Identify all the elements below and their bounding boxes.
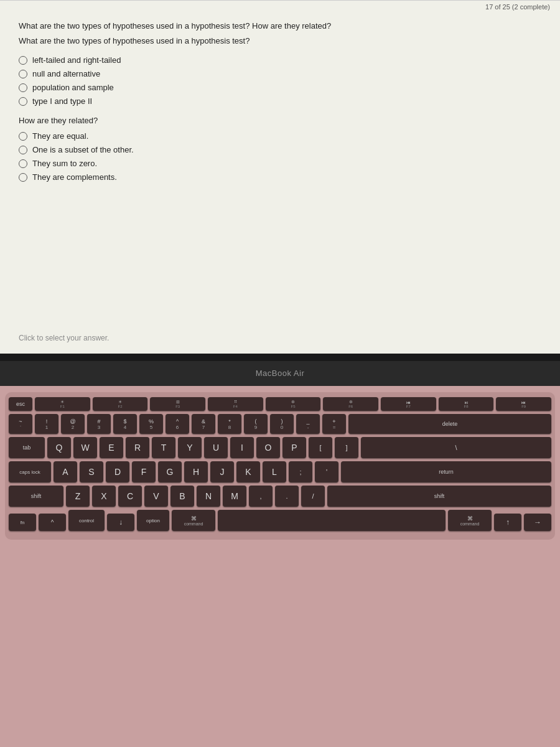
radio-button[interactable]	[19, 132, 27, 141]
3-key[interactable]: # 3	[87, 414, 111, 434]
l-key[interactable]: L	[263, 461, 286, 482]
e-key[interactable]: E	[100, 437, 123, 458]
p-key[interactable]: P	[282, 437, 306, 458]
right-shift-key[interactable]: shift	[327, 486, 551, 507]
z-key[interactable]: Z	[66, 486, 90, 507]
d-key[interactable]: D	[106, 461, 129, 482]
return-key[interactable]: return	[341, 461, 551, 482]
play-pause-icon: ⏯	[464, 400, 469, 405]
radio-button[interactable]	[19, 83, 27, 92]
9-key[interactable]: ( 9	[244, 414, 268, 434]
f5-key[interactable]: ✲ F5	[266, 397, 321, 411]
qwerty-row: tab Q W E R T Y U I O P [ ] \	[9, 437, 551, 458]
control-key[interactable]: control	[68, 510, 105, 531]
8-key[interactable]: * 8	[218, 414, 241, 434]
radio-button[interactable]	[19, 146, 27, 154]
h-key[interactable]: H	[184, 461, 208, 482]
f7-key[interactable]: ⏮ F7	[381, 397, 436, 411]
up-arrow-key[interactable]: ↑	[494, 514, 521, 531]
bottom-row: fn ^ control ↓ option ⌘ command ⌘ comman…	[9, 510, 551, 531]
f8-key[interactable]: ⏯ F8	[439, 397, 494, 411]
spacebar[interactable]	[218, 510, 446, 531]
left-arrow-key[interactable]: ^	[39, 514, 66, 531]
f2-key[interactable]: ☀ F2	[93, 397, 148, 411]
t-key[interactable]: T	[152, 437, 175, 458]
option-label: null and alternative	[32, 69, 100, 78]
g-key[interactable]: G	[158, 461, 182, 482]
a-key[interactable]: A	[54, 461, 77, 482]
radio-button[interactable]	[19, 97, 27, 106]
option-item[interactable]: null and alternative	[19, 69, 541, 78]
b-key[interactable]: B	[170, 486, 194, 507]
6-key[interactable]: ^ 6	[166, 414, 189, 434]
2-key[interactable]: @ 2	[61, 414, 85, 434]
x-key[interactable]: X	[92, 486, 116, 507]
o-key[interactable]: O	[256, 437, 280, 458]
option-item[interactable]: population and sample	[19, 83, 541, 92]
4-key[interactable]: $ 4	[113, 414, 137, 434]
s-key[interactable]: S	[80, 461, 103, 482]
semicolon-key[interactable]: ;	[289, 461, 312, 482]
option-item[interactable]: One is a subset of the other.	[19, 145, 541, 154]
macbook-label: MacBook Air	[256, 369, 304, 378]
f1-key[interactable]: ☀ F1	[35, 397, 90, 411]
f-key[interactable]: F	[132, 461, 156, 482]
right-command-key[interactable]: ⌘ command	[448, 510, 492, 531]
f6-key[interactable]: ✲ F6	[323, 397, 378, 411]
fn-key[interactable]: fn	[9, 514, 36, 531]
v-key[interactable]: V	[144, 486, 168, 507]
u-key[interactable]: U	[204, 437, 228, 458]
f9-key[interactable]: ⏭ F9	[496, 397, 551, 411]
k-key[interactable]: K	[236, 461, 260, 482]
comma-key[interactable]: ,	[249, 486, 273, 507]
option-item[interactable]: They sum to zero.	[19, 159, 541, 168]
w-key[interactable]: W	[73, 437, 97, 458]
esc-key[interactable]: esc	[9, 397, 32, 411]
f2-label: F2	[118, 405, 123, 408]
click-hint: Click to select your answer.	[19, 334, 109, 342]
radio-button[interactable]	[19, 173, 27, 182]
f4-key[interactable]: ⠿ F4	[208, 397, 263, 411]
radio-button[interactable]	[19, 159, 27, 168]
slash-key[interactable]: /	[301, 486, 325, 507]
radio-button[interactable]	[19, 70, 27, 78]
option-item[interactable]: left-tailed and right-tailed	[19, 55, 541, 65]
7-key[interactable]: & 7	[192, 414, 215, 434]
left-shift-key[interactable]: shift	[9, 486, 63, 507]
equals-key[interactable]: + =	[322, 414, 346, 434]
c-key[interactable]: C	[118, 486, 142, 507]
open-bracket-key[interactable]: [	[309, 437, 332, 458]
r-key[interactable]: R	[126, 437, 149, 458]
down-arrow-key[interactable]: ↓	[107, 514, 134, 531]
q-key[interactable]: Q	[47, 437, 71, 458]
option-item[interactable]: They are equal.	[19, 131, 541, 141]
y-key[interactable]: Y	[178, 437, 202, 458]
option-key[interactable]: option	[137, 510, 169, 531]
0-key[interactable]: ) 0	[270, 414, 294, 434]
option-label: One is a subset of the other.	[32, 145, 134, 154]
period-key[interactable]: .	[275, 486, 299, 507]
option-item[interactable]: type I and type II	[19, 96, 541, 106]
delete-key[interactable]: delete	[348, 414, 551, 434]
left-command-key[interactable]: ⌘ command	[172, 510, 215, 531]
quote-key[interactable]: '	[315, 461, 338, 482]
question-main-text: What are the two types of hypotheses use…	[19, 21, 541, 32]
j-key[interactable]: J	[210, 461, 234, 482]
caps-lock-key[interactable]: caps lock	[9, 461, 51, 482]
minus-key[interactable]: _ -	[296, 414, 320, 434]
close-bracket-key[interactable]: ]	[335, 437, 358, 458]
n-key[interactable]: N	[197, 486, 220, 507]
question1-options: left-tailed and right-tailed null and al…	[19, 55, 541, 106]
backslash-key[interactable]: \	[361, 437, 551, 458]
tilde-key[interactable]: ~ `	[9, 414, 32, 434]
1-key[interactable]: ! 1	[35, 414, 58, 434]
radio-button[interactable]	[19, 56, 27, 65]
f3-key[interactable]: ⊞ F3	[150, 397, 205, 411]
option-item[interactable]: They are complements.	[19, 172, 541, 182]
5-key[interactable]: % 5	[139, 414, 163, 434]
right-arrow-key[interactable]: →	[524, 514, 551, 531]
option-label: left-tailed and right-tailed	[32, 55, 121, 65]
m-key[interactable]: M	[223, 486, 246, 507]
tab-key[interactable]: tab	[9, 437, 45, 458]
i-key[interactable]: I	[230, 437, 254, 458]
